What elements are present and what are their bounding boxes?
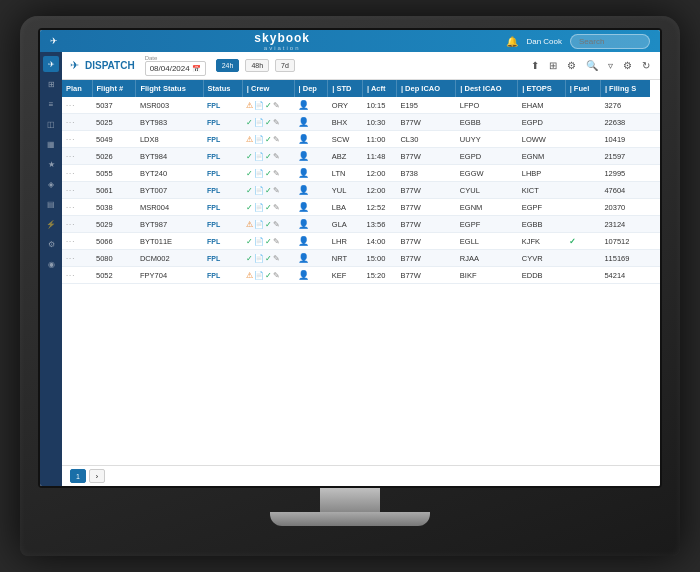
crew-icon: 👤	[298, 100, 309, 110]
table-row[interactable]: ··· 5025 BYT983 FPL ✓📄✓✎ 👤 BHX 10:30 B77…	[62, 114, 660, 131]
cell-dots: ···	[62, 148, 92, 165]
gear-icon[interactable]: ⚙	[621, 58, 634, 73]
cell-fuel: 21597	[600, 148, 650, 165]
cell-flight-status: FPL	[203, 114, 242, 131]
grid-icon[interactable]: ⊞	[547, 58, 559, 73]
cell-plan: 5055	[92, 165, 136, 182]
settings-icon[interactable]: ⚙	[565, 58, 578, 73]
edit-icon: ✎	[273, 118, 280, 127]
table-row[interactable]: ··· 5080 DCM002 FPL ✓📄✓✎ 👤 NRT 15:00 B77…	[62, 250, 660, 267]
table-container: Plan Flight # Flight Status Status | Cre…	[62, 80, 660, 465]
cell-acft: B77W	[396, 216, 455, 233]
refresh-icon[interactable]: ↻	[640, 58, 652, 73]
cell-fuel: 47604	[600, 182, 650, 199]
table-row[interactable]: ··· 5061 BYT007 FPL ✓📄✓✎ 👤 YUL 12:00 B77…	[62, 182, 660, 199]
file-icon: 📄	[254, 254, 264, 263]
col-fuel: | Fuel	[565, 80, 600, 97]
sidebar: ✈ ⊞ ≡ ◫ ▦ ★ ◈ ▤ ⚡ ⚙ ◉	[40, 52, 62, 486]
cell-dep: GLA	[328, 216, 363, 233]
cell-etops	[565, 216, 600, 233]
cell-dep-icao: RJAA	[456, 250, 518, 267]
cell-flight-status: FPL	[203, 267, 242, 284]
cell-flight: BYT007	[136, 182, 203, 199]
sidebar-icon-star[interactable]: ★	[43, 156, 59, 172]
table-row[interactable]: ··· 5052 FPY704 FPL ⚠📄✓✎ 👤 KEF 15:20 B77…	[62, 267, 660, 284]
table-row[interactable]: ··· 5026 BYT984 FPL ✓📄✓✎ 👤 ABZ 11:48 B77…	[62, 148, 660, 165]
sidebar-icon-list[interactable]: ≡	[43, 96, 59, 112]
cell-dest-icao: LOWW	[518, 131, 565, 148]
crew-icon: 👤	[298, 151, 309, 161]
cell-etops	[565, 199, 600, 216]
date-picker[interactable]: 08/04/2024 📅	[145, 61, 206, 76]
table-row[interactable]: ··· 5037 MSR003 FPL ⚠📄✓✎ 👤 ORY 10:15 E19…	[62, 97, 660, 114]
sidebar-icon-dispatch[interactable]: ✈	[43, 56, 59, 72]
sidebar-icon-user[interactable]: ◉	[43, 256, 59, 272]
upload-icon[interactable]: ⬆	[529, 58, 541, 73]
cell-flight-status: FPL	[203, 199, 242, 216]
col-status: Status	[203, 80, 242, 97]
check-icon: ✓	[265, 186, 272, 195]
crew-icon: 👤	[298, 236, 309, 246]
cell-acft: B77W	[396, 233, 455, 250]
table-row[interactable]: ··· 5055 BYT240 FPL ✓📄✓✎ 👤 LTN 12:00 B73…	[62, 165, 660, 182]
cell-dots: ···	[62, 199, 92, 216]
cell-std: 11:48	[363, 148, 397, 165]
crew-icon: 👤	[298, 117, 309, 127]
cell-dep: SCW	[328, 131, 363, 148]
sidebar-icon-calendar[interactable]: ◫	[43, 116, 59, 132]
col-crew: | Crew	[242, 80, 294, 97]
cell-plan: 5025	[92, 114, 136, 131]
page-next-btn[interactable]: ›	[89, 469, 105, 483]
cell-flight: BYT240	[136, 165, 203, 182]
cell-std: 12:52	[363, 199, 397, 216]
sidebar-icon-map[interactable]: ◈	[43, 176, 59, 192]
cell-plan: 5029	[92, 216, 136, 233]
page-1-btn[interactable]: 1	[70, 469, 86, 483]
cell-acft: E195	[396, 97, 455, 114]
col-etops: | ETOPS	[518, 80, 565, 97]
file-icon: 📄	[254, 271, 264, 280]
cell-dep-icao: EGPD	[456, 148, 518, 165]
cell-dep: YUL	[328, 182, 363, 199]
cell-etops	[565, 114, 600, 131]
cell-std: 15:20	[363, 267, 397, 284]
table-row[interactable]: ··· 5049 LDX8 FPL ⚠📄✓✎ 👤 SCW 11:00 CL30 …	[62, 131, 660, 148]
table-row[interactable]: ··· 5029 BYT987 FPL ⚠📄✓✎ 👤 GLA 13:56 B77…	[62, 216, 660, 233]
dispatch-title: DISPATCH	[85, 60, 135, 71]
sidebar-icon-folder[interactable]: ▤	[43, 196, 59, 212]
cell-dest-icao: KICT	[518, 182, 565, 199]
edit-icon: ✎	[273, 135, 280, 144]
toolbar: ✈ DISPATCH Date 08/04/2024 📅 24h 48h 7d	[62, 52, 660, 80]
sidebar-icon-grid[interactable]: ⊞	[43, 76, 59, 92]
sidebar-icon-bolt[interactable]: ⚡	[43, 216, 59, 232]
sidebar-icon-chart[interactable]: ▦	[43, 136, 59, 152]
col-dep-icao: | Dep ICAO	[396, 80, 455, 97]
cell-dots: ···	[62, 131, 92, 148]
status-icons: ✓📄✓✎	[246, 152, 290, 161]
cell-status: ✓📄✓✎	[242, 165, 294, 182]
col-flight: Flight #	[92, 80, 136, 97]
file-icon: 📄	[254, 101, 264, 110]
btn-48h[interactable]: 48h	[245, 59, 269, 72]
cell-dep-icao: CYUL	[456, 182, 518, 199]
filter-icon[interactable]: ▿	[606, 58, 615, 73]
cell-dep-icao: EGBB	[456, 114, 518, 131]
search-icon[interactable]: 🔍	[584, 58, 600, 73]
cell-filing	[650, 114, 660, 131]
check-icon: ✓	[265, 152, 272, 161]
notification-icon[interactable]: 🔔	[506, 36, 518, 47]
cell-std: 13:56	[363, 216, 397, 233]
cell-flight: BYT983	[136, 114, 203, 131]
cell-flight-status: FPL	[203, 148, 242, 165]
btn-7d[interactable]: 7d	[275, 59, 295, 72]
check-icon: ✓	[265, 271, 272, 280]
table-row[interactable]: ··· 5066 BYT011E FPL ✓📄✓✎ 👤 LHR 14:00 B7…	[62, 233, 660, 250]
date-group: Date 08/04/2024 📅	[145, 55, 206, 76]
btn-24h[interactable]: 24h	[216, 59, 240, 72]
table-row[interactable]: ··· 5038 MSR004 FPL ✓📄✓✎ 👤 LBA 12:52 B77…	[62, 199, 660, 216]
sidebar-icon-settings[interactable]: ⚙	[43, 236, 59, 252]
search-input[interactable]	[570, 34, 650, 49]
check-icon: ✓	[265, 237, 272, 246]
cell-flight-status: FPL	[203, 165, 242, 182]
cell-crew: 👤	[294, 182, 328, 199]
